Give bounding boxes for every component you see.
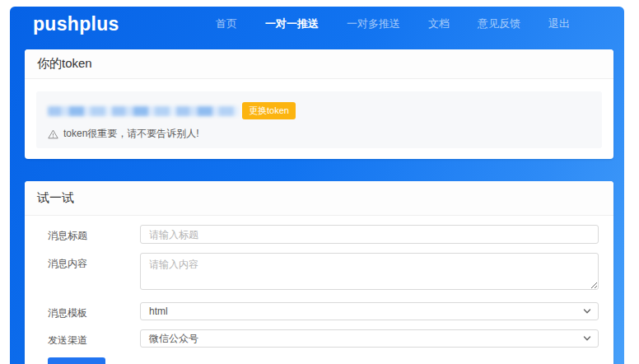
chevron-down-icon (583, 307, 591, 315)
form-row-title: 消息标题 (48, 225, 599, 244)
send-channel-label: 发送渠道 (48, 329, 140, 348)
token-warning-text: token很重要，请不要告诉别人! (63, 127, 199, 141)
token-card: 你的token 更换token token很重要，请不要告诉别人! (25, 49, 613, 159)
nav-item-one-to-many[interactable]: 一对多推送 (347, 16, 400, 31)
nav-menu: 首页 一对一推送 一对多推送 文档 意见反馈 退出 (216, 16, 570, 31)
nav-item-logout[interactable]: 退出 (548, 16, 570, 31)
message-title-input[interactable] (140, 225, 599, 244)
send-channel-select[interactable]: 微信公众号 (140, 329, 599, 348)
nav-item-one-to-one[interactable]: 一对一推送 (265, 16, 319, 31)
message-template-value: html (149, 306, 168, 317)
nav-item-feedback[interactable]: 意见反馈 (478, 16, 520, 31)
token-card-body: 更换token token很重要，请不要告诉别人! (25, 79, 613, 159)
send-message-button[interactable]: 发送消息 (48, 357, 105, 364)
nav-item-docs[interactable]: 文档 (428, 16, 450, 31)
pushplus-logo[interactable]: pushplus (33, 13, 119, 35)
token-card-title: 你的token (25, 49, 613, 79)
message-title-label: 消息标题 (48, 225, 140, 243)
message-content-label: 消息内容 (48, 253, 140, 271)
nav-item-home[interactable]: 首页 (216, 16, 237, 31)
message-template-label: 消息模板 (48, 302, 140, 320)
token-panel: 更换token token很重要，请不要告诉别人! (36, 91, 602, 148)
chevron-down-icon (583, 334, 591, 343)
top-navbar: pushplus 首页 一对一推送 一对多推送 文档 意见反馈 退出 (10, 7, 624, 41)
form-row-template: 消息模板 html (48, 302, 599, 320)
token-warning: token很重要，请不要告诉别人! (48, 127, 590, 141)
page-content: 你的token 更换token token很重要，请不要告诉别人! (10, 41, 624, 364)
page-background: pushplus 首页 一对一推送 一对多推送 文档 意见反馈 退出 你的tok… (10, 7, 624, 364)
form-row-channel: 发送渠道 微信公众号 (48, 329, 599, 348)
send-channel-value: 微信公众号 (149, 332, 198, 346)
message-template-select[interactable]: html (140, 302, 599, 320)
warning-triangle-icon (48, 129, 58, 139)
token-value-redacted (48, 106, 239, 116)
change-token-button[interactable]: 更换token (242, 102, 296, 119)
try-card-body: 消息标题 消息内容 消息模板 html (25, 216, 613, 364)
form-row-content: 消息内容 (48, 253, 599, 293)
message-content-textarea[interactable] (140, 253, 599, 290)
token-row: 更换token (48, 102, 590, 119)
try-card-title: 试一试 (25, 181, 613, 216)
try-card: 试一试 消息标题 消息内容 消息模板 (25, 181, 613, 364)
